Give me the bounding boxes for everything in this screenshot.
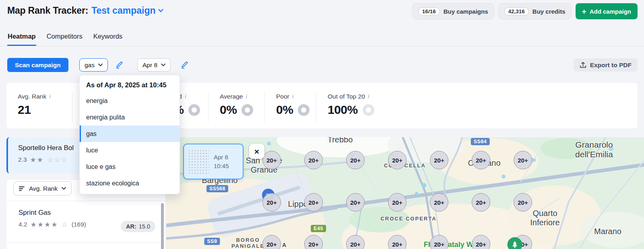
- sort-select[interactable]: Avg. Rank: [13, 181, 72, 195]
- star-icons-empty: ☆: [62, 220, 68, 228]
- ar-label: AR:: [126, 223, 136, 230]
- export-pdf-label: Export to PDF: [590, 62, 632, 69]
- scan-date-tooltip[interactable]: Apr 8 10:45: [183, 144, 244, 179]
- map-label-fragment: A: [282, 242, 287, 248]
- export-icon: [580, 62, 586, 68]
- keyword-option-stazione-ecologica[interactable]: stazione ecologica: [80, 175, 180, 191]
- add-campaign-button[interactable]: + Add campaign: [576, 3, 638, 19]
- info-icon[interactable]: i: [246, 93, 247, 100]
- keyword-option-gas[interactable]: gas: [80, 126, 180, 142]
- map-cluster-marker[interactable]: 20+: [388, 193, 407, 212]
- road-badge-e45: E45: [311, 225, 326, 232]
- buy-campaigns-button[interactable]: 16/16 Buy campaigns: [412, 3, 494, 19]
- pencil-icon: [116, 60, 124, 69]
- map-cluster-marker[interactable]: 20+: [346, 193, 365, 212]
- buy-credits-button[interactable]: 42,316 Buy credits: [498, 3, 572, 19]
- map-cluster-marker[interactable]: 20+: [472, 151, 490, 169]
- edit-dates-button[interactable]: [180, 60, 190, 70]
- list-scrollbar[interactable]: [161, 203, 164, 249]
- map-cluster-marker[interactable]: 20+: [304, 151, 323, 169]
- map-cluster-marker[interactable]: 20+: [262, 151, 281, 169]
- business-list-item[interactable]: Sprint Gas 4.2 ★★★★ ☆ (169) AR: 15.0: [6, 201, 165, 243]
- tooltip-time: 10:45: [214, 162, 229, 171]
- star-icons-filled: ★★★★: [31, 220, 58, 228]
- stat-label: Poor: [276, 93, 289, 100]
- stat-donut: [363, 104, 374, 116]
- keyword-option-luce[interactable]: luce: [80, 142, 180, 158]
- rating-value: 2.3: [18, 156, 27, 163]
- pencil-icon: [181, 60, 190, 69]
- stat-donut: [242, 104, 253, 116]
- dropdown-header: As of Apr 8, 2025 at 10:45: [80, 75, 180, 93]
- close-icon[interactable]: ×: [249, 144, 264, 159]
- date-select[interactable]: Apr 8: [137, 58, 171, 72]
- stat-label: Avg. Rank: [18, 93, 46, 100]
- plus-icon: +: [582, 8, 586, 15]
- info-icon[interactable]: i: [368, 93, 369, 100]
- buy-credits-label: Buy credits: [533, 8, 566, 15]
- business-name: Sprint Gas: [19, 209, 165, 217]
- map-cluster-marker[interactable]: 20+: [514, 151, 532, 169]
- tab-competitors[interactable]: Competitors: [46, 32, 83, 46]
- map-cluster-marker[interactable]: 20+: [346, 151, 365, 169]
- map-label-borgo-panigale: BORGOPANIGALE: [231, 237, 264, 249]
- edit-keywords-button[interactable]: [115, 60, 125, 70]
- toolbar: Scan campaign gas Apr 8 Export to PDF: [0, 58, 644, 72]
- stat-value: 21: [18, 103, 31, 117]
- keyword-dropdown-menu: As of Apr 8, 2025 at 10:45 energia energ…: [79, 75, 180, 194]
- road-badge-ss9: SS9: [204, 238, 220, 245]
- map-label-marano: Marano: [594, 227, 621, 236]
- sort-select-value: Avg. Rank: [29, 185, 58, 192]
- keyword-select-value: gas: [85, 62, 95, 69]
- add-campaign-label: Add campaign: [590, 8, 631, 15]
- star-icons-filled: ★★: [30, 156, 44, 164]
- scan-campaign-button[interactable]: Scan campaign: [7, 58, 68, 72]
- keyword-option-energia[interactable]: energia: [80, 93, 180, 109]
- credits-count-badge: 42,316: [504, 7, 529, 16]
- stat-avg-rank: Avg. Ranki 21: [6, 83, 72, 128]
- date-select-value: Apr 8: [142, 62, 157, 69]
- tab-bar: Heatmap Competitors Keywords: [0, 32, 644, 46]
- campaigns-count-badge: 16/16: [418, 7, 440, 16]
- sort-icon: [19, 186, 25, 191]
- keyword-select[interactable]: gas: [79, 58, 108, 72]
- avg-rank-badge: AR: 15.0: [121, 221, 155, 232]
- reviews-count: (169): [72, 221, 86, 228]
- map-canvas[interactable]: Trebbo SS64 Granarolodell'Emilia San Vit…: [166, 137, 644, 249]
- map-cluster-marker[interactable]: 20+: [304, 193, 323, 212]
- keyword-option-luce-e-gas[interactable]: luce e gas: [80, 158, 180, 175]
- page-title: Map Rank Tracker:: [7, 5, 88, 16]
- info-icon[interactable]: i: [185, 93, 186, 100]
- map-cluster-marker[interactable]: 20+: [430, 193, 448, 212]
- map-label-trebbo: Trebbo: [328, 137, 353, 144]
- map-cluster-marker[interactable]: 20+: [430, 151, 448, 169]
- stat-poor: Poori 0%: [265, 83, 316, 128]
- map-cluster-marker[interactable]: 20+: [472, 193, 490, 212]
- stat-value: 0%: [220, 103, 237, 117]
- tab-keywords[interactable]: Keywords: [93, 32, 123, 46]
- stat-average: Averagei 0%: [208, 83, 265, 128]
- header-actions: 16/16 Buy campaigns 42,316 Buy credits +…: [412, 3, 638, 19]
- road-badge-ss64: SS64: [471, 138, 490, 145]
- park-tree-icon: [508, 237, 522, 249]
- export-pdf-button[interactable]: Export to PDF: [574, 58, 638, 72]
- stat-donut: [188, 104, 200, 116]
- campaign-selector[interactable]: Test campaign: [91, 5, 163, 16]
- stat-value: 0%: [276, 103, 293, 117]
- map-label-granarolo: Granarolodell'Emilia: [575, 140, 613, 159]
- info-icon[interactable]: i: [292, 93, 294, 100]
- page-header: Map Rank Tracker: Test campaign: [7, 5, 163, 16]
- buy-campaigns-label: Buy campaigns: [444, 8, 488, 15]
- info-icon[interactable]: i: [49, 93, 51, 100]
- tab-heatmap[interactable]: Heatmap: [7, 32, 36, 46]
- map-cluster-marker[interactable]: 20+: [388, 151, 407, 169]
- map-cluster-marker[interactable]: 20+: [262, 193, 281, 212]
- chevron-down-icon: [158, 9, 163, 12]
- stat-value: 100%: [328, 103, 358, 117]
- map-cluster-marker[interactable]: 20+: [514, 193, 532, 212]
- rating-value: 4.2: [19, 221, 27, 228]
- stat-donut: [298, 104, 310, 116]
- ar-value: 15.0: [139, 223, 150, 230]
- keyword-option-energia-pulita[interactable]: energia pulita: [80, 109, 180, 126]
- stat-label: Average: [220, 93, 243, 100]
